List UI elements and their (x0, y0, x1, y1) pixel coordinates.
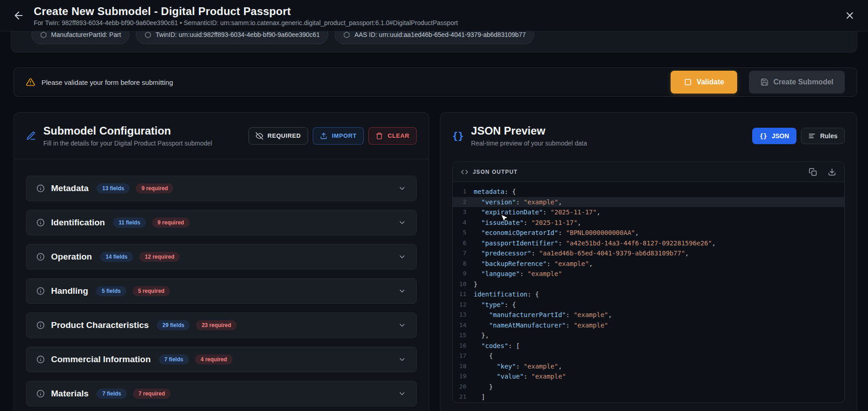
code-text: { (474, 351, 493, 361)
preview-panel-title: JSON Preview (471, 125, 745, 137)
code-text: "value": "example" (474, 371, 566, 382)
json-output-header: JSON OUTPUT (453, 162, 844, 182)
accordion-section[interactable]: Materials 7 fields 7 required (26, 381, 417, 406)
line-number: 8 (453, 259, 474, 269)
cube-icon (343, 31, 350, 38)
section-title: Product Characteristics (51, 320, 149, 330)
clear-button[interactable]: CLEAR (368, 127, 417, 145)
info-icon (36, 287, 45, 295)
required-toggle-button[interactable]: REQUIRED (248, 127, 308, 145)
chevron-down-icon[interactable] (398, 390, 406, 398)
twin-chip: AAS ID: urn:uuid:aa1ed46b-65ed-4041-9379… (335, 31, 534, 44)
accordion-section[interactable]: Commercial Information 7 fields 4 requir… (26, 347, 417, 372)
page-title: Create New Submodel - Digital Product Pa… (34, 5, 835, 18)
line-number: 3 (453, 207, 474, 218)
required-badge: 12 required (140, 252, 180, 262)
download-icon[interactable] (828, 168, 836, 176)
accordion-section[interactable]: Operation 14 fields 12 required (26, 244, 417, 270)
code-line: 20 } (453, 382, 844, 392)
chevron-down-icon[interactable] (398, 219, 406, 227)
accordion-section[interactable]: Handling 5 fields 5 required (26, 278, 417, 304)
section-title: Identification (51, 218, 105, 228)
validation-message: Please validate your form before submitt… (41, 78, 664, 86)
accordion-sections: Metadata 13 fields 9 required Identifica… (26, 176, 417, 411)
submodel-configuration-panel: Submodel Configuration Fill in the detai… (14, 112, 429, 411)
braces-icon: {} (760, 132, 767, 140)
back-arrow-icon[interactable] (13, 10, 25, 21)
line-number: 2 (453, 197, 474, 208)
section-title: Commercial Information (51, 354, 151, 364)
rules-tab-button[interactable]: Rules (801, 128, 845, 144)
code-body[interactable]: 1 metadata: { 2 "version": "example", 3 … (453, 182, 844, 402)
required-button-label: REQUIRED (268, 132, 301, 139)
validate-button-label: Validate (697, 78, 724, 86)
required-badge: 7 required (133, 389, 170, 399)
clear-button-label: CLEAR (388, 132, 409, 139)
code-line: 6 "passportIdentifier": "a42e51bd-14a3-4… (453, 238, 844, 249)
fields-badge: 7 fields (159, 354, 189, 364)
code-text: "language": "example" (474, 269, 562, 279)
create-submodel-button[interactable]: Create Submodel (749, 71, 845, 94)
info-icon (36, 184, 45, 192)
line-number: 13 (453, 310, 474, 320)
line-number: 7 (453, 248, 474, 259)
chevron-down-icon[interactable] (398, 321, 406, 329)
braces-icon: {} (452, 130, 464, 141)
code-line: 7 "predecessor": "aa1ed46b-65ed-4041-937… (453, 248, 844, 259)
app-header: Create New Submodel - Digital Product Pa… (0, 0, 868, 31)
code-text: ] (474, 392, 485, 402)
line-number: 6 (453, 238, 474, 249)
required-badge: 4 required (195, 354, 232, 364)
info-icon (36, 355, 45, 364)
code-text: "predecessor": "aa1ed46b-65ed-4041-9379-… (474, 248, 689, 259)
copy-icon[interactable] (809, 168, 817, 176)
info-icon (36, 390, 45, 398)
json-output-label: JSON OUTPUT (473, 169, 798, 175)
code-text: } (474, 382, 493, 392)
line-number: 16 (453, 341, 474, 351)
section-title: Materials (51, 389, 88, 399)
fields-badge: 14 fields (100, 252, 133, 262)
section-title: Operation (51, 252, 92, 262)
close-icon[interactable] (844, 10, 855, 21)
config-panel-title: Submodel Configuration (43, 125, 241, 137)
checkbox-square-icon (684, 78, 692, 86)
json-tab-button[interactable]: {} JSON (752, 128, 796, 144)
config-panel-subtitle: Fill in the details for your Digital Pro… (43, 140, 241, 147)
validate-button[interactable]: Validate (671, 71, 737, 94)
line-number: 9 (453, 269, 474, 279)
code-line: 18 "key": "example", (453, 361, 844, 372)
fields-badge: 13 fields (97, 183, 129, 193)
save-icon (760, 78, 769, 86)
line-number: 17 (453, 351, 474, 361)
chevron-down-icon[interactable] (398, 253, 406, 261)
chevron-down-icon[interactable] (398, 355, 406, 364)
chevron-down-icon[interactable] (398, 287, 406, 295)
panel-divider (14, 159, 429, 159)
main-content: Submodel Configuration Fill in the detai… (0, 112, 868, 411)
code-text: "type": { (474, 300, 516, 310)
info-icon (36, 219, 45, 227)
code-line: 3 "expirationDate": "2025-11-17", (453, 207, 844, 218)
code-line: 2 "version": "example", (453, 197, 844, 208)
chevron-down-icon[interactable] (398, 184, 406, 192)
code-text: "economicOperatorId": "BPNL0000000000AA"… (474, 228, 639, 238)
pencil-icon (26, 131, 36, 141)
chip-label: TwinID: urn:uuid:982ff893-6034-4ebb-bf90… (155, 31, 320, 38)
import-button[interactable]: IMPORT (313, 127, 364, 145)
accordion-section[interactable]: Product Characteristics 29 fields 23 req… (26, 312, 417, 338)
fields-badge: 5 fields (96, 286, 126, 296)
twin-chip: TwinID: urn:uuid:982ff893-6034-4ebb-bf90… (136, 31, 328, 44)
code-text: "issueDate": "2025-11-17", (474, 218, 581, 228)
code-line: 10 } (453, 279, 844, 290)
code-line: 19 "value": "example" (453, 371, 844, 382)
required-badge: 23 required (196, 320, 237, 330)
code-line: 5 "economicOperatorId": "BPNL0000000000A… (453, 228, 844, 238)
accordion-section[interactable]: Metadata 13 fields 9 required (26, 176, 417, 201)
code-text: "passportIdentifier": "a42e51bd-14a3-44f… (474, 238, 716, 249)
line-number: 10 (453, 279, 474, 290)
accordion-section[interactable]: Identification 11 fields 9 required (26, 210, 417, 235)
upload-icon (320, 132, 327, 140)
warning-icon (26, 78, 35, 87)
chip-label: ManufacturerPartId: Part (51, 31, 121, 38)
